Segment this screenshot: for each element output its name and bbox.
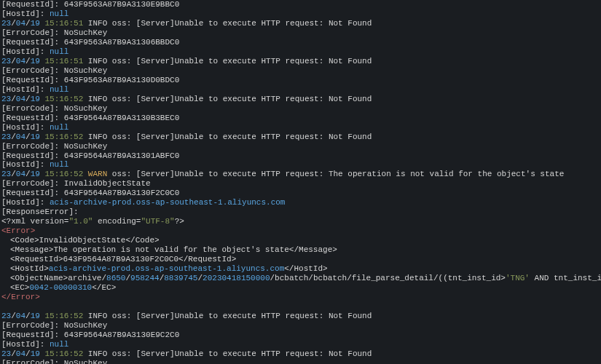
log-line: <Message>The operation is not valid for … xyxy=(1,245,600,255)
log-line: <Error> xyxy=(1,226,600,236)
log-line: [RequestId]: 643F9564A87B9A3130B3BEC0 xyxy=(1,114,600,123)
log-line: <ObjectName>archive/8650/958244/8839745/… xyxy=(1,274,600,283)
log-line: [ErrorCode]: NoSuchKey xyxy=(1,104,600,114)
log-line: [ErrorCode]: NoSuchKey xyxy=(1,28,600,38)
log-line: 23/04/19 15:16:52 INFO oss: [Server]Unab… xyxy=(1,312,600,321)
log-line: [RequestId]: 643F9563A87B9A31306BBDC0 xyxy=(1,38,600,47)
log-line: </Error> xyxy=(1,293,600,302)
log-line: [ErrorCode]: NoSuchKey xyxy=(1,142,600,151)
log-line: [RequestId]: 643F9564A87B9A3130F2C0C0 xyxy=(1,189,600,198)
log-line: [HostId]: acis-archive-prod.oss-ap-south… xyxy=(1,198,600,207)
log-line: [ErrorCode]: NoSuchKey xyxy=(1,321,600,331)
log-line: <RequestId>643F9564A87B9A3130F2C0C0</Req… xyxy=(1,255,600,264)
log-line: [RequestId]: 643F9563A87B9A3130D0BDC0 xyxy=(1,76,600,85)
log-line: [RequestId]: 643F9564A87B9A31301ABFC0 xyxy=(1,151,600,161)
log-output: [RequestId]: 643F9563A87B9A3130E9BBC0[Ho… xyxy=(0,0,601,364)
log-line: 23/04/19 15:16:52 INFO oss: [Server]Unab… xyxy=(1,95,600,104)
log-line: <EC>0042-00000310</EC> xyxy=(1,283,600,293)
log-line: [ErrorCode]: NoSuchKey xyxy=(1,359,600,364)
log-line: <Code>InvalidObjectState</Code> xyxy=(1,236,600,245)
log-line: 23/04/19 15:16:51 INFO oss: [Server]Unab… xyxy=(1,57,600,66)
log-line: [HostId]: null xyxy=(1,47,600,57)
log-line: <HostId>acis-archive-prod.oss-ap-southea… xyxy=(1,264,600,274)
log-line: 23/04/19 15:16:52 INFO oss: [Server]Unab… xyxy=(1,132,600,142)
log-line: [RequestId]: 643F9564A87B9A3130E9C2C0 xyxy=(1,331,600,340)
log-line: [HostId]: null xyxy=(1,340,600,349)
log-line: [HostId]: null xyxy=(1,160,600,170)
log-line: [ErrorCode]: NoSuchKey xyxy=(1,66,600,76)
log-line: 23/04/19 15:16:52 WARN oss: [Server]Unab… xyxy=(1,170,600,179)
log-line: [ResponseError]: xyxy=(1,207,600,217)
log-line: <?xml version="1.0" encoding="UTF-8"?> xyxy=(1,217,600,226)
log-line: [ErrorCode]: InvalidObjectState xyxy=(1,179,600,189)
log-line: [HostId]: null xyxy=(1,9,600,19)
log-line xyxy=(1,302,600,312)
log-line: [RequestId]: 643F9563A87B9A3130E9BBC0 xyxy=(1,0,600,9)
log-line: [HostId]: null xyxy=(1,85,600,95)
log-line: [HostId]: null xyxy=(1,123,600,132)
log-line: 23/04/19 15:16:52 INFO oss: [Server]Unab… xyxy=(1,349,600,359)
log-line: 23/04/19 15:16:51 INFO oss: [Server]Unab… xyxy=(1,19,600,28)
